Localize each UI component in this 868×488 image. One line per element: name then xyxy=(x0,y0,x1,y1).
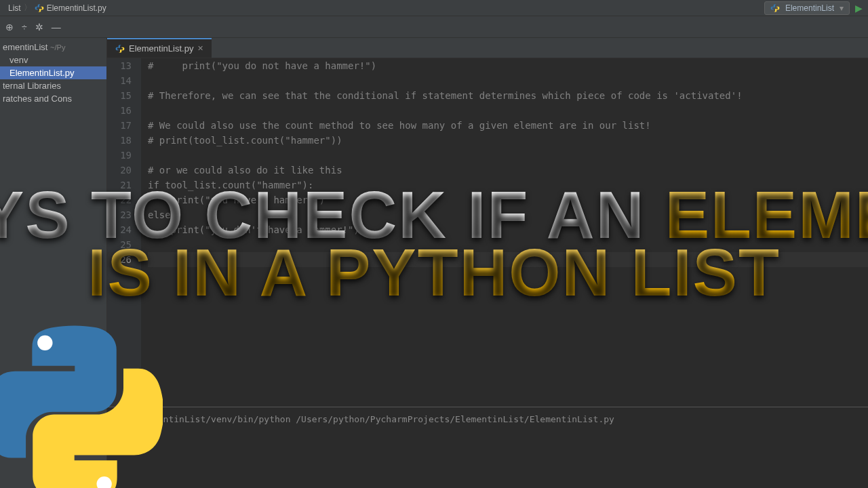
editor-tab[interactable]: ElementinList.py ✕ xyxy=(107,38,212,58)
project-name: ementinList xyxy=(3,42,47,52)
dropdown-icon: ▾ xyxy=(840,3,844,13)
console-exit-code: de 0 xyxy=(121,445,854,455)
console-command: ts/ElementinList/venv/bin/python /Users/… xyxy=(121,414,854,424)
chevron-right-icon: 〉 xyxy=(24,2,32,14)
project-root[interactable]: ementinList ~/Py xyxy=(0,41,106,54)
run-configuration-selector[interactable]: ElementinList ▾ xyxy=(764,1,850,15)
run-button[interactable]: ▶ xyxy=(855,3,863,14)
collapse-icon[interactable]: ÷ xyxy=(22,22,27,33)
code-content[interactable]: # print("you do not have a hammer!") # T… xyxy=(141,58,868,407)
close-icon[interactable]: ✕ xyxy=(197,44,203,53)
python-icon xyxy=(770,3,780,13)
tab-label: ElementinList.py xyxy=(129,43,193,54)
run-config-label: ElementinList xyxy=(785,3,834,13)
editor-tab-bar: ElementinList.py ✕ xyxy=(107,38,868,58)
breadcrumb-root[interactable]: List xyxy=(5,3,24,13)
svg-point-0 xyxy=(37,336,52,350)
breadcrumb-file[interactable]: ElementinList.py xyxy=(32,3,109,13)
project-path: ~/Py xyxy=(50,43,65,52)
python-file-icon xyxy=(35,3,44,13)
run-console[interactable]: ts/ElementinList/venv/bin/python /Users/… xyxy=(107,407,868,488)
sidebar-item-file[interactable]: ElementinList.py xyxy=(0,66,106,79)
project-toolbar: ⊕ ÷ ✲ — xyxy=(0,16,868,38)
gear-icon[interactable]: ✲ xyxy=(35,22,43,33)
sidebar-item-libraries[interactable]: ternal Libraries xyxy=(0,79,106,92)
code-editor[interactable]: 1314151617181920212223242526 # print("yo… xyxy=(107,58,868,407)
breadcrumb-file-label: ElementinList.py xyxy=(47,3,106,13)
python-file-icon xyxy=(115,44,125,54)
editor-area: ElementinList.py ✕ 131415161718192021222… xyxy=(107,38,868,488)
python-logo-icon xyxy=(0,325,163,488)
breadcrumb-bar: List 〉 ElementinList.py ElementinList ▾ … xyxy=(0,0,868,16)
sidebar-item-venv[interactable]: venv xyxy=(0,54,106,66)
hide-icon[interactable]: — xyxy=(52,22,61,33)
sidebar-item-scratches[interactable]: ratches and Cons xyxy=(0,92,106,105)
target-icon[interactable]: ⊕ xyxy=(5,22,14,33)
